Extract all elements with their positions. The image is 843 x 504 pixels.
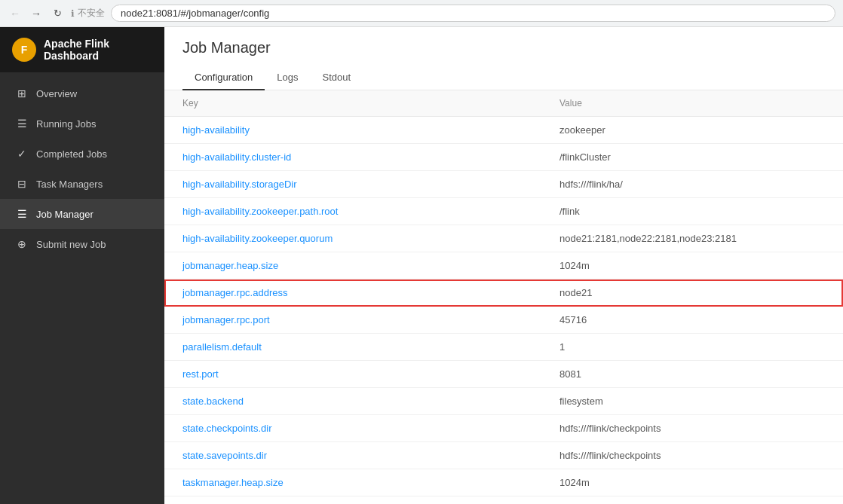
row-key-4: high-availability.zookeeper.quorum [164,225,541,252]
row-key-5: jobmanager.heap.size [164,252,541,279]
col-header-0: Key [164,90,541,117]
row-value-3: /flink [541,198,843,225]
running-jobs-icon: ☰ [15,118,29,130]
sidebar: F Apache Flink Dashboard ⊞Overview☰Runni… [0,27,164,504]
job-manager-icon: ☰ [15,208,29,220]
table-row: state.backendfilesystem [164,388,843,415]
sidebar-label-job-manager: Job Manager [36,209,93,220]
row-value-8: 1 [541,334,843,361]
sidebar-item-running-jobs[interactable]: ☰Running Jobs [0,108,164,139]
row-value-10: filesystem [541,388,843,415]
table-row: state.savepoints.dirhdfs:///flink/checkp… [164,442,843,469]
task-managers-icon: ⊟ [15,178,29,190]
address-bar[interactable]: node21:8081/#/jobmanager/config [111,5,835,22]
row-value-13: 1024m [541,469,843,496]
row-value-6: node21 [541,279,843,307]
sidebar-item-completed-jobs[interactable]: ✓Completed Jobs [0,139,164,169]
sidebar-nav: ⊞Overview☰Running Jobs✓Completed Jobs⊟Ta… [0,72,164,504]
tab-configuration[interactable]: Configuration [182,66,265,90]
config-table: KeyValue high-availabilityzookeeperhigh-… [164,90,843,504]
row-key-7: jobmanager.rpc.port [164,307,541,334]
row-key-11: state.checkpoints.dir [164,415,541,442]
row-value-14: 2 [541,496,843,505]
row-key-1: high-availability.cluster-id [164,144,541,171]
row-value-1: /flinkCluster [541,144,843,171]
browser-chrome: ← → ↻ ℹ 不安全 node21:8081/#/jobmanager/con… [0,0,843,27]
row-key-0: high-availability [164,117,541,144]
row-value-9: 8081 [541,361,843,388]
row-key-6: jobmanager.rpc.address [164,279,541,307]
info-icon: ℹ [71,8,75,19]
row-value-5: 1024m [541,252,843,279]
page-header: Job Manager ConfigurationLogsStdout [164,27,843,90]
row-key-8: parallelism.default [164,334,541,361]
row-value-11: hdfs:///flink/checkpoints [541,415,843,442]
table-header-row: KeyValue [164,90,843,117]
overview-icon: ⊞ [15,87,29,99]
row-key-14: taskmanager.numberOfTaskSlots [164,496,541,505]
sidebar-header: F Apache Flink Dashboard [0,27,164,72]
table-row: jobmanager.heap.size1024m [164,252,843,279]
table-row: rest.port8081 [164,361,843,388]
sidebar-label-completed-jobs: Completed Jobs [36,148,107,160]
sidebar-item-job-manager[interactable]: ☰Job Manager [0,199,164,229]
row-key-13: taskmanager.heap.size [164,469,541,496]
security-label: 不安全 [78,7,105,20]
forward-button[interactable]: → [29,6,44,21]
completed-jobs-icon: ✓ [15,148,29,160]
tabs-container: ConfigurationLogsStdout [182,66,825,90]
sidebar-label-overview: Overview [36,88,77,99]
table-container[interactable]: KeyValue high-availabilityzookeeperhigh-… [164,90,843,504]
security-info: ℹ 不安全 [71,7,105,20]
row-value-4: node21:2181,node22:2181,node23:2181 [541,225,843,252]
page-title: Job Manager [182,39,825,57]
sidebar-label-task-managers: Task Managers [36,179,103,190]
sidebar-label-running-jobs: Running Jobs [36,118,97,130]
row-key-10: state.backend [164,388,541,415]
table-row: taskmanager.numberOfTaskSlots2 [164,496,843,505]
url-text: node21:8081/#/jobmanager/config [121,8,269,19]
table-row: high-availabilityzookeeper [164,117,843,144]
row-key-12: state.savepoints.dir [164,442,541,469]
row-key-2: high-availability.storageDir [164,171,541,198]
table-row: state.checkpoints.dirhdfs:///flink/check… [164,415,843,442]
row-value-0: zookeeper [541,117,843,144]
reload-button[interactable]: ↻ [50,6,65,21]
app-logo: F [12,38,36,62]
submit-new-job-icon: ⊕ [15,238,29,250]
table-row: jobmanager.rpc.addressnode21 [164,279,843,307]
sidebar-item-task-managers[interactable]: ⊟Task Managers [0,169,164,199]
main-content: Job Manager ConfigurationLogsStdout KeyV… [164,27,843,504]
table-row: jobmanager.rpc.port45716 [164,307,843,334]
row-key-9: rest.port [164,361,541,388]
back-button[interactable]: ← [8,6,23,21]
table-row: high-availability.zookeeper.quorumnode21… [164,225,843,252]
table-row: taskmanager.heap.size1024m [164,469,843,496]
table-body: high-availabilityzookeeperhigh-availabil… [164,117,843,505]
sidebar-item-submit-new-job[interactable]: ⊕Submit new Job [0,229,164,259]
table-row: high-availability.cluster-id/flinkCluste… [164,144,843,171]
sidebar-item-overview[interactable]: ⊞Overview [0,78,164,108]
row-value-7: 45716 [541,307,843,334]
row-value-12: hdfs:///flink/checkpoints [541,442,843,469]
row-key-3: high-availability.zookeeper.path.root [164,198,541,225]
table-row: high-availability.storageDirhdfs:///flin… [164,171,843,198]
app-container: F Apache Flink Dashboard ⊞Overview☰Runni… [0,27,843,504]
sidebar-label-submit-new-job: Submit new Job [36,239,106,250]
tab-logs[interactable]: Logs [265,66,310,90]
tab-stdout[interactable]: Stdout [311,66,363,90]
table-row: high-availability.zookeeper.path.root/fl… [164,198,843,225]
app-title: Apache Flink Dashboard [44,38,152,62]
row-value-2: hdfs:///flink/ha/ [541,171,843,198]
col-header-1: Value [541,90,843,117]
table-row: parallelism.default1 [164,334,843,361]
